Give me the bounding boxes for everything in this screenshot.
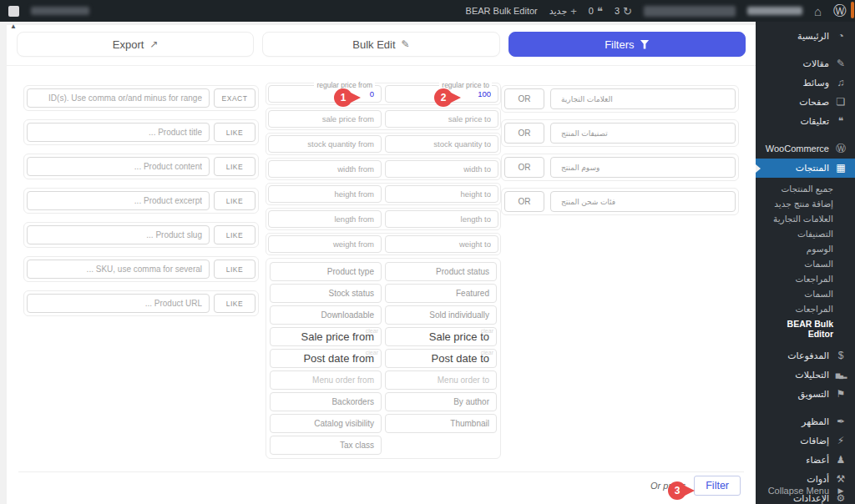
sidebar-item-plugins[interactable]: ⚡ إضافات <box>756 431 855 451</box>
submenu-brands[interactable]: العلامات التجارية <box>756 211 855 226</box>
backorders-select[interactable]: Backorders <box>270 392 382 411</box>
weight-from-input[interactable] <box>268 235 382 253</box>
submenu-reviews[interactable]: المراجعات <box>756 271 855 286</box>
title-mode-toggle[interactable]: LIKE <box>214 123 255 142</box>
featured-select[interactable]: Featured <box>385 284 497 303</box>
length-from-input[interactable] <box>268 210 382 228</box>
downloadable-select[interactable]: Downloadable <box>270 305 382 325</box>
categories-filter-row: OR <box>501 119 739 147</box>
sidebar-item-dashboard[interactable]: ◔ الرئيسية <box>756 27 855 46</box>
sidebar-item-marketing[interactable]: ⚑ التسويق <box>756 385 855 404</box>
product-excerpt-input[interactable] <box>27 191 210 210</box>
tags-input[interactable] <box>550 157 736 178</box>
categories-or-toggle[interactable]: OR <box>504 123 544 144</box>
submenu-reviews-2[interactable]: المراجعات <box>756 301 855 316</box>
clear-link[interactable]: clear <box>481 328 493 334</box>
bulk-edit-button[interactable]: Bulk Edit ✎ <box>262 32 499 57</box>
sidebar-item-media[interactable]: ♫ وسائط <box>756 73 855 93</box>
brands-filter-row: OR <box>501 85 739 113</box>
width-to-input[interactable] <box>385 160 498 178</box>
sidebar-item-pages[interactable]: ❏ صفحات <box>756 93 855 112</box>
sale-price-date-to-picker[interactable]: clear Sale price to <box>385 327 497 346</box>
width-from-input[interactable] <box>268 160 382 178</box>
length-to-input[interactable] <box>385 210 498 228</box>
submenu-all-products[interactable]: جميع المنتجات <box>756 181 855 196</box>
clear-link[interactable]: clear <box>366 328 378 334</box>
shipping-class-input[interactable] <box>550 191 736 212</box>
sidebar-item-comments[interactable]: ❝ تعليقات <box>756 112 855 131</box>
slug-mode-toggle[interactable]: LIKE <box>214 225 255 244</box>
range-row-width <box>266 158 501 180</box>
sale-price-to-input[interactable] <box>385 110 498 128</box>
product-slug-input[interactable] <box>27 225 210 244</box>
weight-to-input[interactable] <box>385 235 498 253</box>
admin-bar-new[interactable]: جديد + <box>549 6 577 17</box>
stock-quantity-to-input[interactable] <box>385 135 498 153</box>
content-mode-toggle[interactable]: LIKE <box>214 157 255 176</box>
height-from-input[interactable] <box>268 185 382 203</box>
tax-class-select[interactable]: Tax class <box>270 436 382 455</box>
admin-bar-comments[interactable]: 0 ❝ <box>589 6 603 17</box>
submenu-add-product[interactable]: إضافة منتج جديد <box>756 196 855 211</box>
sidebar-item-appearance[interactable]: ✒ المظهر <box>756 412 855 431</box>
admin-bar-wp-menu[interactable]: Ⓦ <box>833 4 847 18</box>
product-title-input[interactable] <box>27 123 210 142</box>
categories-input[interactable] <box>550 123 736 144</box>
sidebar-item-users[interactable]: ♟ أعضاء <box>756 451 855 470</box>
brands-input[interactable] <box>550 88 736 109</box>
admin-bar-bear-menu[interactable]: BEAR Bulk Editor <box>466 6 538 16</box>
sidebar-item-woocommerce[interactable]: Ⓦ WooCommerce <box>756 139 855 159</box>
apply-filter-button[interactable]: Filter <box>694 476 741 496</box>
collapse-menu-button[interactable]: ▶ Collapse Menu <box>756 481 855 501</box>
range-row-regular-price: regular price from regular price to <box>266 83 501 105</box>
product-status-select[interactable]: Product status <box>385 262 497 281</box>
by-author-select[interactable]: By author <box>385 392 497 411</box>
clear-link[interactable]: clear <box>481 350 493 355</box>
sidebar-item-products[interactable]: ▦ المنتجات <box>756 159 855 178</box>
post-date-to-picker[interactable]: clear Post date to <box>385 349 497 368</box>
ids-input[interactable] <box>27 88 210 108</box>
excerpt-mode-toggle[interactable]: LIKE <box>214 191 255 210</box>
sku-input[interactable] <box>27 260 210 279</box>
stock-status-select[interactable]: Stock status <box>270 284 382 303</box>
menu-order-from-input[interactable]: Menu order from <box>270 370 382 390</box>
submenu-bear-bulk-editor[interactable]: BEAR Bulk Editor <box>756 316 855 341</box>
filters-button[interactable]: Filters <box>508 32 746 57</box>
user-icon: ♟ <box>835 455 847 466</box>
export-button[interactable]: Export ↗ <box>17 32 254 57</box>
submenu-tags[interactable]: الوسوم <box>756 241 855 256</box>
brands-or-toggle[interactable]: OR <box>504 88 544 109</box>
ids-mode-toggle[interactable]: EXACT <box>214 88 255 108</box>
stock-quantity-from-input[interactable] <box>268 135 382 153</box>
plugin-icon: ⚡ <box>835 436 847 446</box>
sale-price-from-input[interactable] <box>268 110 382 128</box>
submenu-attributes[interactable]: السمات <box>756 256 855 271</box>
scroll-top-arrow-icon[interactable]: ▲ <box>10 23 17 30</box>
sidebar-label: التسويق <box>798 389 829 400</box>
admin-bar-site[interactable]: ⌂ <box>814 5 822 18</box>
submenu-categories[interactable]: التصنيفات <box>756 226 855 241</box>
product-url-input[interactable] <box>27 294 210 313</box>
menu-order-to-input[interactable]: Menu order to <box>385 370 497 390</box>
admin-bar-updates[interactable]: 3 ↻ <box>615 6 632 17</box>
export-label: Export <box>113 38 144 51</box>
scrollbar-thumb[interactable] <box>851 2 854 18</box>
catalog-visibility-select[interactable]: Catalog visibility <box>270 414 382 433</box>
clear-link[interactable]: clear <box>366 350 378 355</box>
url-mode-toggle[interactable]: LIKE <box>214 294 255 313</box>
user-avatar <box>8 6 19 17</box>
product-type-select[interactable]: Product type <box>270 262 382 281</box>
tags-or-toggle[interactable]: OR <box>504 157 544 178</box>
post-date-from-picker[interactable]: clear Post date from <box>270 349 382 368</box>
sidebar-item-posts[interactable]: ✎ مقالات <box>756 54 855 73</box>
sold-individually-select[interactable]: Sold individually <box>385 305 497 325</box>
shipping-class-or-toggle[interactable]: OR <box>504 191 544 212</box>
submenu-attributes-2[interactable]: السمات <box>756 286 855 301</box>
height-to-input[interactable] <box>385 185 498 203</box>
thumbnail-select[interactable]: Thumbnail <box>385 414 497 433</box>
sale-price-date-from-picker[interactable]: clear Sale price from <box>270 327 382 346</box>
sidebar-item-payments[interactable]: $ المدفوعات <box>756 346 855 365</box>
sku-mode-toggle[interactable]: LIKE <box>214 260 255 279</box>
sidebar-item-analytics[interactable]: ▂▄▆ التحليلات <box>756 365 855 385</box>
product-content-input[interactable] <box>27 157 210 176</box>
